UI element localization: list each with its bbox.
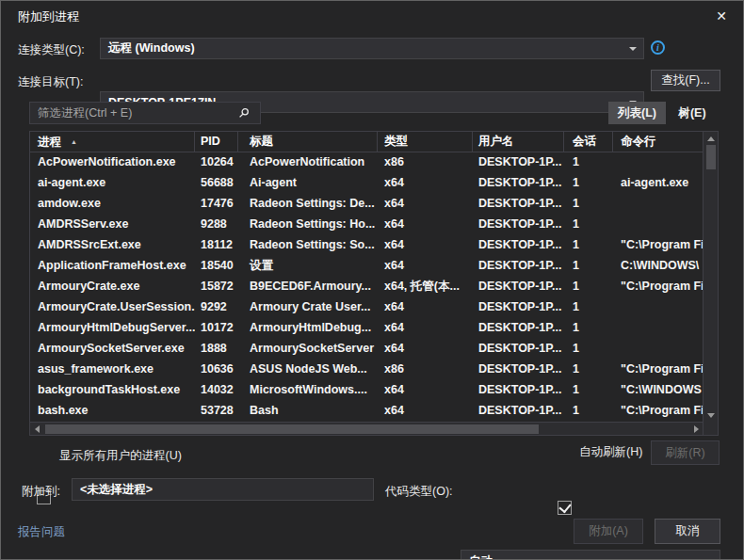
cell-cmd: "C:\Program Fi [613, 360, 703, 380]
code-type-value: 自动 [469, 553, 493, 560]
cell-user: DESKTOP-1P... [473, 173, 564, 194]
cell-cmd [613, 318, 703, 339]
show-all-users-label: 显示所有用户的进程(U) [59, 448, 182, 464]
cell-user: DESKTOP-1P... [473, 215, 564, 235]
table-row[interactable]: ArmouryCrate.exe15872B9ECED6F.Armoury...… [30, 277, 703, 297]
cancel-button[interactable]: 取消 [655, 519, 720, 544]
cell-pid: 18540 [195, 256, 238, 277]
table-row[interactable]: ArmouryCrate.UserSession...9292Armoury C… [30, 297, 703, 318]
cell-session: 1 [564, 173, 613, 194]
column-header-session[interactable]: 会话 [564, 132, 613, 152]
scroll-left-icon[interactable] [30, 423, 43, 435]
code-type-combobox[interactable]: 自动 [461, 550, 720, 560]
cell-title: B9ECED6F.Armoury... [238, 277, 378, 297]
vertical-scrollbar[interactable] [703, 132, 718, 422]
cell-pid: 14032 [195, 380, 238, 401]
column-header-title[interactable]: 标题 [238, 132, 378, 152]
connection-type-value: 远程 (Windows) [108, 40, 195, 56]
cell-user: DESKTOP-1P... [473, 318, 564, 339]
cell-process: bash.exe [30, 401, 195, 422]
cell-cmd [613, 297, 703, 318]
cell-cmd: ai-agent.exe [613, 173, 703, 194]
scroll-down-icon[interactable] [704, 408, 718, 422]
cell-pid: 10172 [195, 318, 238, 339]
cell-pid: 10264 [195, 152, 238, 173]
column-header-user[interactable]: 用户名 [473, 132, 564, 152]
table-row[interactable]: bash.exe53728Bashx64DESKTOP-1P...1"C:\Pr… [30, 401, 703, 422]
connection-type-combobox[interactable]: 远程 (Windows) [100, 38, 644, 59]
cell-process: ArmouryCrate.exe [30, 277, 195, 297]
attach-to-field[interactable]: <未选择进程> [72, 478, 374, 501]
cell-pid: 9292 [195, 297, 238, 318]
scroll-right-icon[interactable] [689, 423, 703, 435]
cell-session: 1 [564, 235, 613, 256]
cell-session: 1 [564, 318, 613, 339]
cell-type: x86 [378, 360, 473, 380]
table-row[interactable]: ArmourySocketServer.exe1888ArmourySocket… [30, 339, 703, 360]
table-row[interactable]: AMDRSServ.exe9288Radeon Settings: Ho...x… [30, 215, 703, 235]
cell-cmd [613, 152, 703, 173]
table-row[interactable]: AcPowerNotification.exe10264AcPowerNotif… [30, 152, 703, 173]
cell-title: 设置 [238, 256, 378, 277]
cell-pid: 56688 [195, 173, 238, 194]
cell-process: asus_framework.exe [30, 360, 195, 380]
filter-process-input[interactable]: 筛选进程(Ctrl + E) [29, 102, 261, 124]
attach-button[interactable]: 附加(A) [574, 519, 643, 544]
column-header-pid[interactable]: PID [195, 132, 238, 152]
cell-process: ApplicationFrameHost.exe [30, 256, 195, 277]
cell-session: 1 [564, 152, 613, 173]
table-row[interactable]: ai-agent.exe56688Ai-agentx64DESKTOP-1P..… [30, 173, 703, 194]
cell-pid: 15872 [195, 277, 238, 297]
table-row[interactable]: asus_framework.exe10636ASUS NodeJS Web..… [30, 360, 703, 380]
cell-title: ArmouryHtmlDebug... [238, 318, 378, 339]
cell-process: ArmouryCrate.UserSession... [30, 297, 195, 318]
column-header-type[interactable]: 类型 [378, 132, 473, 152]
auto-refresh-checkbox[interactable] [558, 501, 572, 515]
cell-pid: 10636 [195, 360, 238, 380]
cell-session: 1 [564, 297, 613, 318]
horizontal-scrollbar-thumb[interactable] [45, 424, 539, 434]
cell-type: x64 [378, 256, 473, 277]
cell-process: AcPowerNotification.exe [30, 152, 195, 173]
cell-session: 1 [564, 256, 613, 277]
table-row[interactable]: ApplicationFrameHost.exe18540设置x64DESKTO… [30, 256, 703, 277]
column-header-cmdline[interactable]: 命令行 [613, 132, 703, 152]
view-list-button[interactable]: 列表(L) [608, 102, 666, 124]
find-button[interactable]: 查找(F)... [651, 70, 720, 91]
vertical-scrollbar-thumb[interactable] [706, 145, 716, 169]
table-row[interactable]: amdow.exe17476Radeon Settings: De...x64D… [30, 194, 703, 215]
refresh-button[interactable]: 刷新(R) [651, 440, 720, 465]
cell-title: Armoury Crate User... [238, 297, 378, 318]
close-icon[interactable]: ✕ [709, 6, 734, 26]
scroll-up-icon[interactable] [704, 132, 718, 145]
cell-title: ArmourySocketServer [238, 339, 378, 360]
filter-placeholder: 筛选进程(Ctrl + E) [38, 105, 238, 121]
cell-session: 1 [564, 380, 613, 401]
cell-pid: 1888 [195, 339, 238, 360]
cell-type: x64 [378, 401, 473, 422]
auto-refresh-label: 自动刷新(H) [579, 444, 642, 460]
column-header-process[interactable]: 进程▲ [30, 132, 195, 152]
attach-to-process-dialog: 附加到进程 ✕ 连接类型(C): 远程 (Windows) i 连接目标(T):… [0, 0, 744, 560]
cell-type: x64 [378, 339, 473, 360]
table-row[interactable]: backgroundTaskHost.exe14032MicrosoftWind… [30, 380, 703, 401]
horizontal-scrollbar[interactable] [30, 422, 703, 435]
info-icon[interactable]: i [651, 40, 665, 55]
cell-user: DESKTOP-1P... [473, 235, 564, 256]
cell-user: DESKTOP-1P... [473, 401, 564, 422]
table-body: AcPowerNotification.exe10264AcPowerNotif… [30, 152, 703, 422]
report-problem-link[interactable]: 报告问题 [18, 524, 65, 540]
table-row[interactable]: ArmouryHtmlDebugServer....10172ArmouryHt… [30, 318, 703, 339]
magnifier-icon[interactable] [238, 107, 250, 119]
cell-title: Radeon Settings: De... [238, 194, 378, 215]
cell-pid: 18112 [195, 235, 238, 256]
cell-process: AMDRSSrcExt.exe [30, 235, 195, 256]
cell-title: MicrosoftWindows.... [238, 380, 378, 401]
cell-user: DESKTOP-1P... [473, 152, 564, 173]
connection-target-label: 连接目标(T): [18, 74, 83, 90]
cell-type: x86 [378, 152, 473, 173]
view-tree-button[interactable]: 树(E) [670, 102, 715, 124]
cell-type: x64 [378, 235, 473, 256]
table-row[interactable]: AMDRSSrcExt.exe18112Radeon Settings: So.… [30, 235, 703, 256]
cell-pid: 53728 [195, 401, 238, 422]
